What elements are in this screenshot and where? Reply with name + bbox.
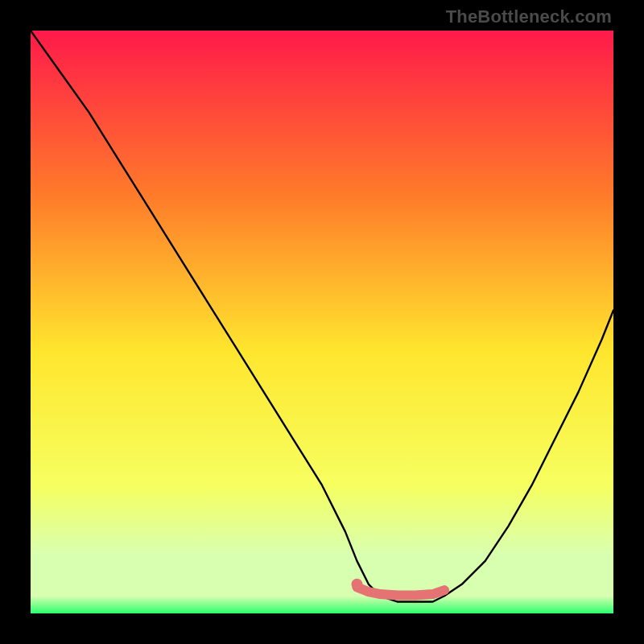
curve-layer (31, 31, 613, 613)
highlight-segment (357, 587, 444, 595)
plot-area (31, 31, 613, 613)
bottleneck-curve (31, 31, 613, 602)
highlight-dot (351, 579, 362, 590)
chart-frame: TheBottleneck.com (0, 0, 644, 644)
watermark-text: TheBottleneck.com (446, 6, 612, 27)
